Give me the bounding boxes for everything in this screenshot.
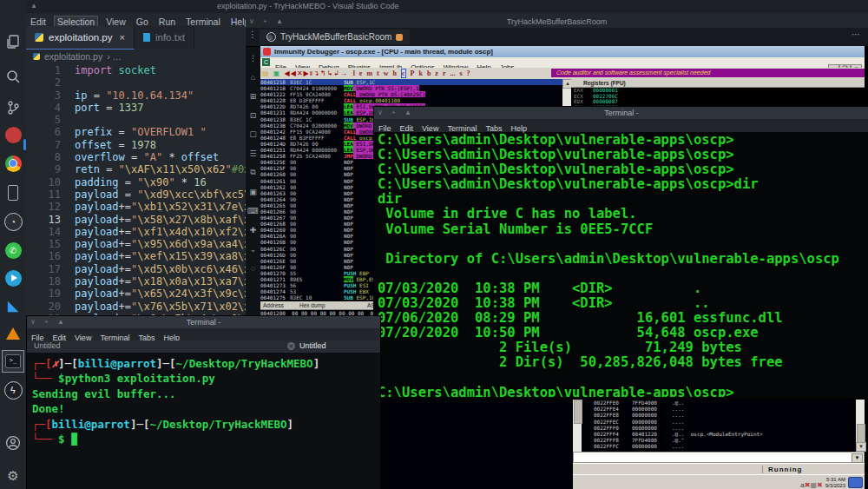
fullscreen-icon[interactable]: ⊞	[250, 87, 257, 105]
vscode-app-icon[interactable]: ◣	[3, 295, 23, 316]
menu-icon[interactable]: ☰	[249, 144, 256, 162]
menu-item[interactable]: ?	[467, 69, 470, 77]
tab-label: Untitled	[299, 341, 326, 350]
menu-item[interactable]: h	[393, 69, 397, 77]
menu-item[interactable]: Edit	[400, 124, 414, 133]
menu-item[interactable]: e	[359, 69, 363, 77]
dynamic-res-icon[interactable]: ☐	[249, 125, 256, 143]
menu-item[interactable]: r	[443, 69, 446, 77]
taskbar-clock[interactable]: 5:31 AM 9/3/2023	[825, 477, 845, 489]
menu-item[interactable]: m	[366, 69, 372, 77]
menu-item[interactable]: l	[353, 69, 355, 77]
home-icon[interactable]: ⌂	[251, 68, 255, 86]
close-tab-icon[interactable]: ×	[120, 32, 125, 43]
tab-info-txt[interactable]: info.txt	[135, 26, 194, 49]
stack-scrollbar-right[interactable]: ▼	[856, 398, 865, 452]
user-account-icon[interactable]	[3, 433, 23, 453]
settings-gear-icon[interactable]: ⚙	[3, 466, 23, 486]
power-bolt-icon[interactable]: ϟ	[3, 380, 23, 400]
vlc-icon[interactable]	[3, 323, 23, 344]
scale-icon[interactable]: ⊡	[250, 106, 257, 124]
drag-handle-icon[interactable]: ⋮	[248, 30, 257, 39]
terminal-tab-active[interactable]: ✕ Untitled	[287, 341, 326, 350]
tab-exploitation-py[interactable]: exploitation.py ×	[26, 26, 135, 50]
grip-icon[interactable]: ⋮	[249, 49, 257, 67]
menu-item[interactable]: w	[384, 69, 389, 77]
immunity-titlebar[interactable]: Immunity Debugger - oscp.exe - [CPU - ma…	[260, 46, 865, 57]
terminal-menubar[interactable]: FileEditViewTerminalTabsHelp	[374, 119, 868, 132]
rdp-tab-label: TryHackMeBufferBasicRoom	[280, 32, 391, 42]
panel-shortcut-letters[interactable]: lemtwhcPkbzr...s?	[351, 69, 472, 77]
menu-item[interactable]: File	[378, 124, 391, 133]
obs-studio-icon[interactable]: ◔	[3, 211, 23, 232]
menu-item[interactable]: ◀◀	[285, 69, 297, 77]
scroll-down-icon[interactable]: ▼	[856, 442, 866, 452]
terminal-menubar[interactable]: FileEditViewTerminalTabsHelp	[27, 328, 380, 340]
debug-control-icons[interactable]: ◀◀✕▶‖↴↰↳↲→	[285, 69, 348, 77]
menu-item[interactable]: →	[340, 69, 348, 77]
menu-item[interactable]: Tabs	[485, 124, 502, 133]
immunity-toolbar[interactable]: ▤ ▣ ◀◀✕▶‖↴↰↳↲→ lemtwhcPkbzr...s? Code au…	[260, 68, 865, 79]
terminal-title: Terminal -	[374, 109, 868, 117]
text-file-icon	[143, 33, 150, 42]
immunity-menubar[interactable]: C FileViewDebugPluginsImmLibOptionsWindo…	[260, 57, 865, 68]
tray-network-icon[interactable]: ▦	[810, 481, 817, 489]
tools-icon[interactable]: ✚	[250, 221, 257, 239]
menu-item[interactable]: P	[411, 69, 415, 77]
menu-item[interactable]: ✕	[297, 69, 304, 77]
chrome-icon[interactable]	[3, 153, 23, 174]
immunity-title-text: Immunity Debugger - oscp.exe - [CPU - ma…	[274, 48, 493, 56]
menu-item[interactable]: t	[377, 69, 379, 77]
terminal-output[interactable]: ┌─[✗]─[billi@parrot]─[~/Desktop/TryHackM…	[32, 356, 375, 486]
more-options-icon[interactable]: ⋯	[852, 30, 861, 39]
menu-item[interactable]: z	[435, 69, 438, 77]
telegram-icon[interactable]	[3, 268, 23, 288]
terminal-tab[interactable]: Untitled	[34, 341, 61, 350]
menu-item[interactable]: k	[418, 69, 422, 77]
dropdown-icon[interactable]: ▼	[852, 453, 863, 463]
menu-item[interactable]: View	[422, 124, 438, 133]
menu-item[interactable]: Help	[510, 124, 527, 133]
tray-icons[interactable]: a✖▦✖	[800, 475, 822, 489]
disconnect-icon[interactable]: ◌	[251, 259, 255, 277]
multi-monitor-icon[interactable]: ⧉	[250, 163, 255, 182]
rdp-connection-tab[interactable]: ◎ TryHackMeBufferBasicRoom	[260, 30, 410, 44]
menu-item[interactable]: ▶	[304, 69, 310, 77]
whatsapp-icon[interactable]: ✆	[3, 240, 23, 261]
search-icon[interactable]	[3, 66, 23, 87]
menu-item[interactable]: b	[427, 69, 431, 77]
vscode-titlebar[interactable]: ∨ + ▲ exploitation.py - TryHackMEBO - Vi…	[0, 0, 868, 13]
terminal-titlebar[interactable]: ∨ + ▲ Terminal -	[374, 107, 868, 119]
tab-label: exploitation.py	[49, 32, 113, 43]
parrot-menu-icon[interactable]	[3, 124, 23, 145]
system-tray[interactable]: a✖▦✖ 5:31 AM 9/3/2023	[800, 476, 863, 489]
source-control-icon[interactable]	[3, 97, 23, 118]
close-tab-icon[interactable]: ✕	[287, 342, 295, 350]
phone-device-icon[interactable]	[3, 182, 23, 203]
menu-item[interactable]: c	[401, 69, 406, 78]
stack-pane[interactable]: 0022FFE07FFD4000.@..0022FFE400000000....…	[573, 398, 865, 452]
menu-item[interactable]: ...	[450, 69, 455, 77]
windows-taskbar[interactable]: a✖▦✖ 5:31 AM 9/3/2023	[573, 474, 865, 489]
breadcrumb[interactable]: exploitation.py › …	[33, 50, 122, 63]
open-file-icon[interactable]: ▤	[262, 69, 269, 77]
immunity-app-icon	[263, 48, 271, 56]
screenshot-icon[interactable]: ▣	[249, 182, 257, 201]
menu-item[interactable]: Terminal	[447, 124, 477, 133]
menu-item[interactable]: s	[459, 69, 462, 77]
menu-item[interactable]: ↲	[333, 69, 340, 77]
remmina-toolbar[interactable]: ⋮⌂⊞⊡☐☰⧉▣⌨✚⌄◌	[246, 47, 260, 344]
attach-icon[interactable]: ▣	[273, 69, 280, 77]
stack-scrollbar-left[interactable]	[573, 398, 582, 452]
terminal-titlebar[interactable]: ∨ + ▲ Terminal -	[27, 316, 380, 328]
terminal-app-icon[interactable]: >_	[3, 351, 23, 372]
terminal-output[interactable]: C:\Users\admin\Desktop\vulnerable-apps\o…	[378, 133, 865, 397]
keyboard-layout-icon[interactable]	[848, 477, 863, 488]
menu-item[interactable]: ↴	[313, 69, 320, 77]
rdp-titlebar[interactable]: ∨ + ▲ TryHackMeBufferBasicRoom	[246, 16, 868, 28]
minimize-icon[interactable]: ⌄	[250, 240, 257, 258]
keyboard-icon[interactable]: ⌨	[247, 202, 259, 220]
tray-error-icon[interactable]: ✖	[817, 481, 823, 489]
command-input[interactable]: ▼	[573, 452, 865, 463]
files-explorer-icon[interactable]	[3, 31, 23, 52]
